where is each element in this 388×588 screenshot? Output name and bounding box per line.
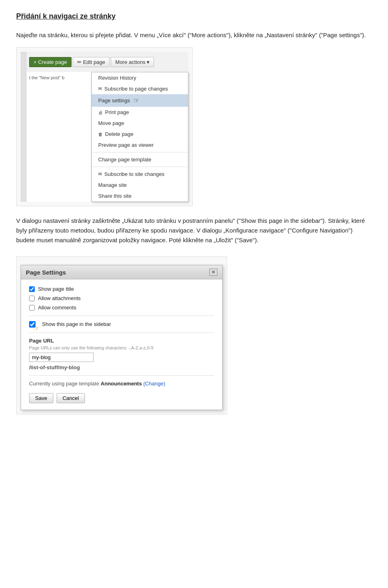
print-icon: 🖨 [98,110,103,115]
template-info: Currently using page template Announceme… [29,381,214,387]
url-prefix: /list-of-stuff/ [29,364,59,370]
cancel-button[interactable]: Cancel [57,393,85,403]
show-title-label: Show page title [38,286,74,292]
screenshot-1: + Create page ✏ Edit page More actions ▾… [16,47,193,206]
checkbox-show-title: Show page title [29,286,214,292]
allow-attachments-checkbox[interactable] [29,296,35,301]
menu-item-delete-page[interactable]: 🗑 Delete page [92,129,188,140]
menu-item-preview-viewer[interactable]: Preview page as viewer [92,140,188,150]
dialog-close-button[interactable]: ✕ [209,269,217,276]
url-path-display: /list-of-stuff/my-blog [29,364,214,370]
menu-item-revision-history[interactable]: Revision History [92,72,188,83]
menu-label: Subscribe to site changes [104,171,164,177]
menu-label: Manage site [98,182,127,188]
menu-item-move-page[interactable]: Move page [92,118,188,129]
menu-label: Subscribe to page changes [104,86,168,92]
sidebar-checkbox-row: ☞ Show this page in the sidebar [29,321,214,328]
separator-checkboxes [29,315,214,316]
allow-comments-label: Allow comments [38,305,76,311]
menu-item-manage-site[interactable]: Manage site [92,180,188,190]
cursor-icon: ☞ [133,97,139,104]
edit-page-button[interactable]: ✏ Edit page [73,57,110,67]
left-panel-text: t the "New post" b [27,72,91,202]
menu-label: Delete page [105,131,133,137]
checkbox-allow-comments: Allow comments [29,305,214,311]
paragraph-2: V dialogu nastavení stránky zaškrtněte „… [16,216,372,245]
menu-item-subscribe-page[interactable]: ✉ Subscribe to page changes [92,83,188,94]
menu-label: Move page [98,120,124,126]
show-title-checkbox[interactable] [29,286,35,292]
separator-url [29,375,214,376]
menu-item-subscribe-site[interactable]: ✉ Subscribe to site changes [92,169,188,180]
menu-label: Revision History [98,75,136,81]
paragraph-1: Najeďte na stránku, kterou si přejete př… [16,30,372,40]
separator-sidebar [29,332,214,333]
dialog-title: Page Settings [26,269,66,276]
dialog-titlebar: Page Settings ✕ [21,265,222,279]
template-text: Currently using page template [29,381,99,387]
save-button[interactable]: Save [29,393,53,403]
trash-icon: 🗑 [98,132,103,137]
menu-item-change-template[interactable]: Change page template [92,154,188,165]
menu-item-print-page[interactable]: 🖨 Print page [92,107,188,118]
menu-label: Page settings [98,97,130,104]
email-icon-2: ✉ [98,171,102,177]
dropdown-menu: Revision History ✉ Subscribe to page cha… [91,72,188,202]
page-url-input[interactable] [29,353,94,362]
menu-label: Share this site [98,193,131,199]
template-name: Announcements [101,381,142,387]
page-title: Přidání k navigaci ze stránky [16,12,372,21]
separator-2 [92,167,188,167]
separator-1 [92,152,188,152]
allow-attachments-label: Allow attachments [38,295,81,301]
screenshot-2: Page Settings ✕ Show page title Allow at… [16,256,227,415]
page-url-label: Page URL [29,338,214,344]
allow-comments-checkbox[interactable] [29,305,35,311]
menu-label: Print page [105,109,129,115]
page-settings-dialog: Page Settings ✕ Show page title Allow at… [21,265,223,410]
menu-item-share-site[interactable]: Share this site [92,190,188,201]
url-bold: my-blog [59,364,80,370]
dialog-buttons: Save Cancel [29,393,214,403]
menu-label: Preview page as viewer [98,142,154,148]
template-change-link[interactable]: (Change) [143,381,165,387]
dialog-content: Show page title Allow attachments Allow … [21,279,222,410]
menu-item-page-settings[interactable]: Page settings ☞ [92,94,188,107]
cursor-hand-icon: ☞ [33,324,40,333]
create-page-button[interactable]: + Create page [29,57,72,67]
email-icon: ✉ [98,86,102,91]
sidebar-label: Show this page in the sidebar [42,321,111,327]
page-url-hint: Page URLs can only use the following cha… [29,345,214,350]
menu-label: Change page template [98,157,152,163]
more-actions-button[interactable]: More actions ▾ [111,57,154,67]
checkbox-allow-attachments: Allow attachments [29,295,214,301]
